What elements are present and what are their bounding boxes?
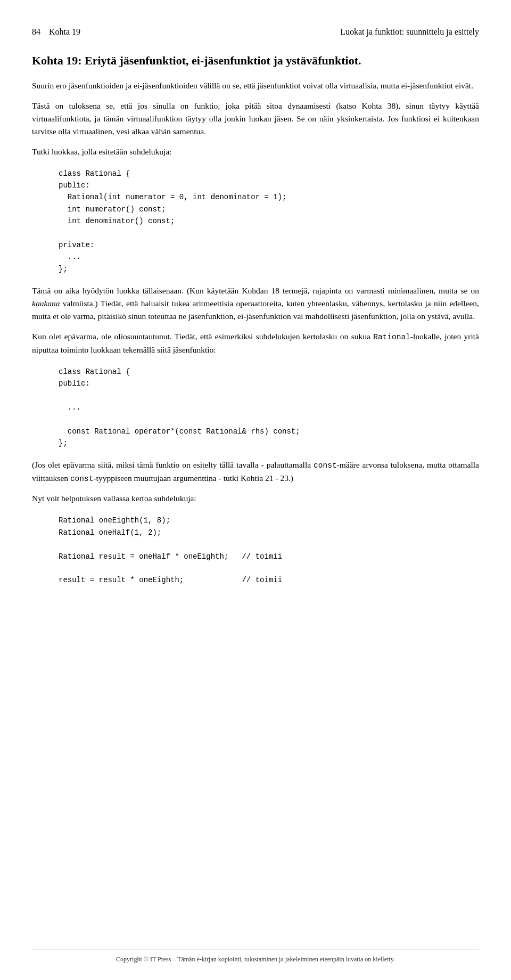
paragraph-3: Tutki luokkaa, jolla esitetään suhdeluku… (32, 145, 479, 158)
italic-word: kaukana (32, 299, 60, 308)
chapter-ref: Kohta 19 (49, 27, 80, 36)
code-block-2: class Rational { public: ... const Ratio… (59, 366, 479, 450)
code-block-3: Rational oneEighth(1, 8); Rational oneHa… (59, 514, 479, 586)
code-inline-const1: const (314, 461, 337, 470)
chapter-title: Kohta 19: Eriytä jäsenfunktiot, ei-jäsen… (32, 53, 479, 69)
footer-text: Copyright © IT Press – Tämän e-kirjan ko… (116, 956, 395, 963)
code-inline-rational: Rational (373, 333, 410, 341)
header-title: Luokat ja funktiot: suunnittelu ja esitt… (340, 26, 479, 38)
page: 84 Kohta 19 Luokat ja funktiot: suunnitt… (0, 0, 511, 980)
paragraph-6: (Jos olet epävarma siitä, miksi tämä fun… (32, 459, 479, 485)
page-number: 84 (32, 27, 40, 36)
paragraph-2: Tästä on tuloksena se, että jos sinulla … (32, 100, 479, 138)
paragraph-7: Nyt voit helpotuksen vallassa kertoa suh… (32, 492, 479, 505)
paragraph-1: Suurin ero jäsenfunktioiden ja ei-jäsenf… (32, 79, 479, 92)
page-footer: Copyright © IT Press – Tämän e-kirjan ko… (32, 950, 479, 964)
paragraph-5: Kun olet epävarma, ole oliosuuntautunut.… (32, 330, 479, 356)
code-inline-const2: const (70, 475, 94, 483)
header-page-number: 84 Kohta 19 (32, 26, 80, 38)
page-header: 84 Kohta 19 Luokat ja funktiot: suunnitt… (32, 26, 479, 38)
code-block-1: class Rational { public: Rational(int nu… (59, 168, 479, 275)
paragraph-4: Tämä on aika hyödytön luokka tällaisenaa… (32, 284, 479, 323)
